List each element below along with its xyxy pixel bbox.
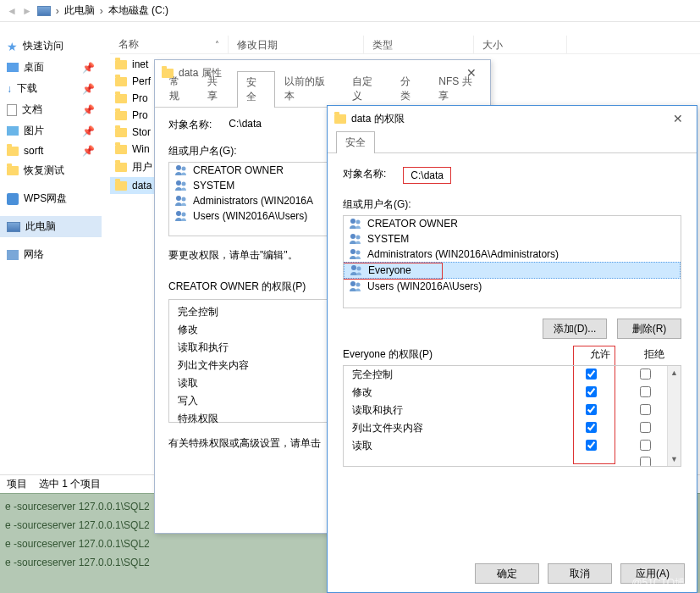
perm-row: 读取和执行 bbox=[344, 402, 681, 419]
pin-icon: 📌 bbox=[82, 62, 95, 74]
status-items: 项目 bbox=[7, 477, 27, 491]
sidebar-documents[interactable]: 文档📌 bbox=[0, 99, 102, 120]
folder-icon bbox=[115, 94, 127, 103]
svg-point-2 bbox=[176, 180, 181, 186]
everyone-highlight-box bbox=[343, 263, 443, 280]
users-icon bbox=[174, 210, 188, 222]
scrollbar[interactable]: ▲ ▼ bbox=[667, 366, 681, 466]
sep-icon: › bbox=[100, 5, 103, 17]
chevron-up-icon: ˄ bbox=[215, 40, 219, 49]
object-name-label: 对象名称: bbox=[168, 118, 212, 132]
svg-point-17 bbox=[356, 283, 361, 287]
folder-icon bbox=[115, 181, 127, 191]
svg-point-5 bbox=[182, 197, 186, 202]
tab-custom[interactable]: 自定义 bbox=[343, 70, 391, 107]
deny-checkbox[interactable] bbox=[640, 386, 651, 397]
col-date[interactable]: 修改日期 bbox=[229, 36, 364, 53]
breadcrumb-pc[interactable]: 此电脑 bbox=[64, 3, 95, 18]
col-name[interactable]: 名称˄ bbox=[110, 36, 229, 53]
users-icon bbox=[174, 195, 188, 207]
scroll-up-icon[interactable]: ▲ bbox=[668, 366, 681, 380]
pin-icon: 📌 bbox=[82, 145, 95, 157]
ok-button[interactable]: 确定 bbox=[475, 563, 539, 584]
users-icon bbox=[174, 164, 188, 176]
svg-point-10 bbox=[350, 234, 356, 239]
nav-back-icon[interactable]: ◄ bbox=[7, 5, 17, 17]
col-size[interactable]: 大小 bbox=[474, 36, 567, 53]
deny-checkbox[interactable] bbox=[640, 369, 651, 380]
user-entry[interactable]: Administrators (WIN2016A\Administrators) bbox=[344, 247, 681, 262]
col-type[interactable]: 类型 bbox=[364, 36, 474, 53]
sidebar-network[interactable]: 网络 bbox=[0, 244, 102, 265]
deny-checkbox[interactable] bbox=[640, 457, 651, 467]
sidebar-quick-access[interactable]: ★快速访问 bbox=[0, 36, 102, 57]
add-button[interactable]: 添加(D)... bbox=[543, 319, 607, 339]
allow-checkbox[interactable] bbox=[586, 386, 597, 397]
sidebar: ★快速访问 桌面📌 ↓下载📌 文档📌 图片📌 sorft📌 恢复测试 WPS网盘… bbox=[0, 36, 102, 265]
sidebar-desktop[interactable]: 桌面📌 bbox=[0, 57, 102, 78]
deny-checkbox[interactable] bbox=[640, 440, 651, 451]
svg-point-0 bbox=[176, 165, 181, 170]
download-icon: ↓ bbox=[7, 83, 12, 95]
folder-icon bbox=[334, 114, 346, 124]
user-entry[interactable]: Users (WIN2016A\Users) bbox=[344, 279, 681, 294]
folder-icon bbox=[115, 163, 127, 172]
perm-row: 修改 bbox=[344, 384, 681, 402]
nav-fwd-icon[interactable]: ► bbox=[22, 5, 32, 17]
tab-security[interactable]: 安全 bbox=[336, 131, 375, 153]
object-name-label: 对象名称: bbox=[343, 167, 386, 184]
tab-security[interactable]: 安全 bbox=[237, 71, 275, 108]
dialog-body: 对象名称: C:\data 组或用户名(G): CREATOR OWNER SY… bbox=[328, 153, 697, 475]
document-icon bbox=[7, 104, 17, 116]
folder-icon bbox=[7, 147, 19, 156]
svg-point-16 bbox=[350, 281, 356, 286]
dialog-title-bar: data 的权限 ✕ bbox=[328, 106, 697, 131]
users-icon bbox=[349, 248, 362, 260]
sidebar-recovery[interactable]: 恢复测试 bbox=[0, 160, 102, 181]
sidebar-wps[interactable]: WPS网盘 bbox=[0, 188, 102, 209]
breadcrumb-bar: ◄ ► › 此电脑 › 本地磁盘 (C:) bbox=[0, 0, 700, 22]
star-icon: ★ bbox=[7, 40, 18, 53]
allow-checkbox[interactable] bbox=[586, 440, 597, 451]
users-icon bbox=[349, 280, 362, 292]
allow-checkbox[interactable] bbox=[586, 369, 597, 380]
pin-icon: 📌 bbox=[82, 125, 95, 137]
user-entry[interactable]: SYSTEM bbox=[344, 231, 681, 247]
pc-icon bbox=[7, 222, 20, 232]
cancel-button[interactable]: 取消 bbox=[548, 563, 612, 584]
breadcrumb-drive[interactable]: 本地磁盘 (C:) bbox=[108, 3, 168, 18]
svg-point-6 bbox=[176, 211, 181, 216]
close-icon[interactable]: ✕ bbox=[666, 112, 690, 125]
perm-row: 完全控制 bbox=[344, 366, 681, 384]
pin-icon: 📌 bbox=[82, 83, 95, 95]
picture-icon bbox=[7, 126, 19, 136]
tab-share[interactable]: 共享 bbox=[198, 70, 236, 107]
sidebar-this-pc[interactable]: 此电脑 bbox=[0, 216, 102, 237]
deny-column-label: 拒绝 bbox=[627, 347, 681, 362]
users-icon bbox=[174, 180, 188, 191]
user-entry[interactable]: CREATOR OWNER bbox=[344, 216, 681, 231]
folder-icon bbox=[7, 166, 19, 175]
remove-button[interactable]: 删除(R) bbox=[617, 319, 681, 339]
sidebar-downloads[interactable]: ↓下载📌 bbox=[0, 78, 102, 99]
svg-point-11 bbox=[356, 236, 361, 240]
allow-checkbox[interactable] bbox=[586, 404, 597, 415]
folder-icon bbox=[115, 77, 127, 86]
svg-point-9 bbox=[356, 220, 361, 224]
perm-row: 读取 bbox=[344, 437, 681, 455]
scroll-down-icon[interactable]: ▼ bbox=[668, 452, 681, 466]
user-list[interactable]: CREATOR OWNER SYSTEM Administrators (WIN… bbox=[343, 215, 681, 308]
allow-checkbox[interactable] bbox=[586, 422, 597, 433]
tab-previous[interactable]: 以前的版本 bbox=[275, 70, 343, 107]
folder-icon bbox=[115, 145, 127, 154]
deny-checkbox[interactable] bbox=[640, 422, 651, 433]
deny-checkbox[interactable] bbox=[640, 404, 651, 415]
permission-table: 完全控制 修改 读取和执行 列出文件夹内容 读取 ▲ ▼ bbox=[343, 365, 681, 467]
tab-nfs[interactable]: NFS 共享 bbox=[429, 70, 490, 107]
sidebar-pictures[interactable]: 图片📌 bbox=[0, 120, 102, 141]
perm-row: 列出文件夹内容 bbox=[344, 419, 681, 437]
tab-class[interactable]: 分类 bbox=[391, 70, 429, 107]
sidebar-sorft[interactable]: sorft📌 bbox=[0, 141, 102, 160]
object-name-value-highlight: C:\data bbox=[403, 167, 451, 184]
permissions-dialog: data 的权限 ✕ 安全 对象名称: C:\data 组或用户名(G): CR… bbox=[327, 105, 697, 593]
